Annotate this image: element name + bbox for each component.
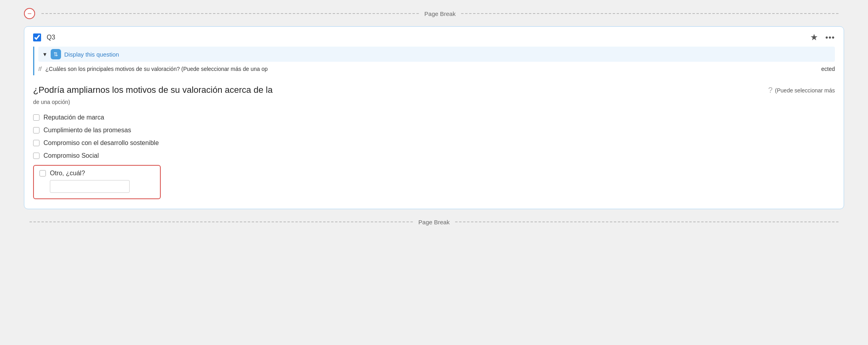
option-checkbox-4[interactable] xyxy=(33,153,39,159)
question-type-badge: ? (Puede seleccionar más xyxy=(768,86,835,95)
question-title: ¿Podría ampliarnos los motivos de su val… xyxy=(33,84,763,96)
logic-condition-end: ected xyxy=(821,66,835,72)
otro-row: Otro, ¿cuál? xyxy=(39,170,154,177)
bottom-page-break-line-right xyxy=(455,222,838,222)
page-break-bottom: Page Break xyxy=(24,219,844,225)
page-break-line-left xyxy=(41,13,419,14)
page-break-top: − Page Break xyxy=(24,8,844,19)
otro-option-container: Otro, ¿cuál? xyxy=(33,165,835,199)
otro-checkbox[interactable] xyxy=(39,170,46,176)
collapse-arrow-icon[interactable]: ▼ xyxy=(42,51,47,57)
bottom-page-break-label: Page Break xyxy=(418,219,450,225)
bottom-page-break-line xyxy=(30,222,413,222)
otro-label: Otro, ¿cuál? xyxy=(50,170,85,177)
otro-text-input[interactable] xyxy=(50,180,130,193)
question-id-label: Q3 xyxy=(47,34,805,41)
option-checkbox-3[interactable] xyxy=(33,140,39,146)
more-options-icon[interactable]: ••• xyxy=(825,33,835,42)
logic-section: ▼ ⇅ Display this question If ¿Cuáles son… xyxy=(33,47,835,75)
star-icon[interactable]: ★ xyxy=(810,32,818,43)
option-checkbox-2[interactable] xyxy=(33,127,39,133)
display-question-label: Display this question xyxy=(64,51,119,58)
logic-condition-text: ¿Cuáles son los principales motivos de s… xyxy=(45,66,317,72)
question-type-mark: ? xyxy=(768,86,773,95)
question-type-label: (Puede seleccionar más xyxy=(775,87,835,94)
logic-if-keyword: If xyxy=(38,66,41,72)
question-card-q3: Q3 ★ ••• ▼ ⇅ Display this question If ¿C… xyxy=(24,26,844,209)
logic-type-icon: ⇅ xyxy=(51,49,61,59)
question-title-row: ¿Podría ampliarnos los motivos de su val… xyxy=(33,84,835,114)
list-item: Reputación de marca xyxy=(33,114,835,121)
option-label-3: Compromiso con el desarrollo sostenible xyxy=(43,139,159,147)
logic-icon-symbol: ⇅ xyxy=(53,51,58,57)
option-checkbox-1[interactable] xyxy=(33,114,39,121)
options-list: Reputación de marca Cumplimiento de las … xyxy=(33,114,835,199)
question-subtitle: de una opción) xyxy=(33,99,763,105)
card-actions: ★ ••• xyxy=(810,32,835,43)
option-label-1: Reputación de marca xyxy=(43,114,104,121)
question-checkbox[interactable] xyxy=(33,33,41,41)
option-label-4: Compromiso Social xyxy=(43,152,99,159)
question-content: ¿Podría ampliarnos los motivos de su val… xyxy=(24,80,844,209)
logic-condition-row: If ¿Cuáles son los principales motivos d… xyxy=(38,64,835,75)
question-title-text: ¿Podría ampliarnos los motivos de su val… xyxy=(33,84,763,114)
list-item: Compromiso con el desarrollo sostenible xyxy=(33,139,835,147)
list-item: Cumplimiento de las promesas xyxy=(33,127,835,134)
page-break-line-right xyxy=(461,13,838,14)
page-break-label: Page Break xyxy=(424,10,456,17)
remove-page-break-button[interactable]: − xyxy=(24,8,35,19)
option-label-2: Cumplimiento de las promesas xyxy=(43,127,131,134)
list-item: Compromiso Social xyxy=(33,152,835,159)
card-header: Q3 ★ ••• xyxy=(24,27,844,47)
logic-header[interactable]: ▼ ⇅ Display this question xyxy=(38,47,835,62)
